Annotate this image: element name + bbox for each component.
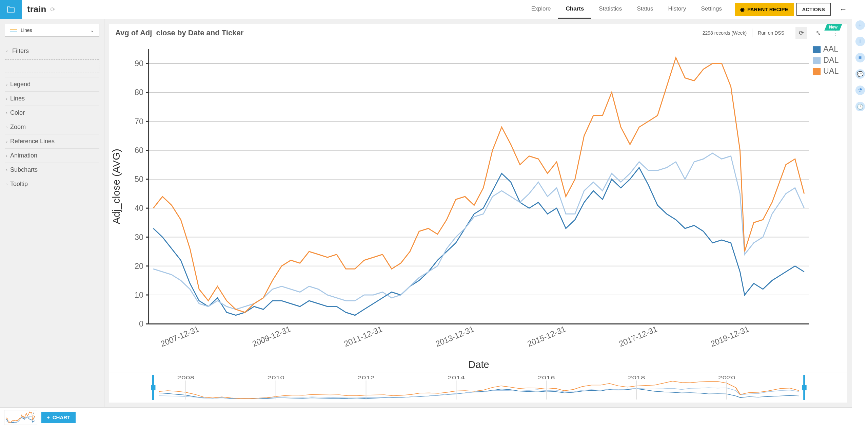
section-color[interactable]: ›Color: [5, 106, 99, 120]
tab-charts[interactable]: Charts: [558, 0, 591, 19]
svg-text:Date: Date: [468, 358, 489, 370]
tab-explore[interactable]: Explore: [524, 0, 558, 19]
svg-text:70: 70: [135, 116, 143, 126]
svg-rect-45: [813, 68, 821, 75]
chart-canvas[interactable]: 01020304050607080902007-12-312009-12-312…: [109, 42, 847, 372]
chart-thumbnail[interactable]: ⋮: [4, 410, 37, 425]
section-label: Subcharts: [10, 166, 38, 173]
chevron-down-icon: ⌄: [90, 27, 94, 33]
section-label: Tooltip: [10, 181, 28, 188]
chevron-right-icon: ›: [6, 139, 7, 144]
svg-text:2015-12-31: 2015-12-31: [526, 324, 567, 349]
svg-text:2019-12-31: 2019-12-31: [709, 324, 750, 349]
svg-text:UAL: UAL: [823, 66, 839, 76]
add-chart-label: CHART: [53, 414, 71, 420]
folder-button[interactable]: [0, 0, 22, 19]
chevron-right-icon: ›: [6, 82, 7, 87]
section-filters[interactable]: ⌄Filters: [5, 44, 99, 58]
svg-text:AAL: AAL: [823, 44, 838, 54]
filter-drop-zone[interactable]: [5, 59, 99, 73]
section-tooltip[interactable]: ›Tooltip: [5, 177, 99, 191]
svg-text:Adj_close (AVG): Adj_close (AVG): [111, 149, 122, 224]
actions-button[interactable]: ACTIONS: [796, 3, 831, 16]
chevron-right-icon: ›: [6, 168, 7, 172]
svg-text:20: 20: [135, 261, 143, 271]
chevron-right-icon: ⌄: [5, 50, 10, 53]
chevron-right-icon: ›: [6, 111, 7, 115]
section-subcharts[interactable]: ›Subcharts: [5, 163, 99, 177]
section-zoom[interactable]: ›Zoom: [5, 120, 99, 134]
section-label: Animation: [10, 152, 37, 159]
chart-type-label: Lines: [21, 27, 32, 33]
section-animation[interactable]: ›Animation: [5, 148, 99, 163]
refresh-chart-button[interactable]: ⟳: [795, 27, 807, 39]
parent-recipe-label: PARENT RECIPE: [747, 6, 788, 12]
back-arrow-icon[interactable]: ←: [835, 5, 852, 14]
section-legend[interactable]: ›Legend: [5, 77, 99, 91]
collapse-icon[interactable]: ⤡: [812, 27, 824, 39]
chart-card: New Avg of Adj_close by Date and Ticker …: [109, 24, 847, 403]
section-label: Zoom: [10, 124, 26, 131]
svg-text:2007-12-31: 2007-12-31: [159, 324, 200, 349]
list-icon[interactable]: ≡: [855, 53, 865, 62]
new-badge: New: [824, 24, 842, 31]
run-engine-label[interactable]: Run on DSS: [758, 30, 784, 36]
right-rail: + i ≡ 💬 ⚗ 🕓: [852, 0, 868, 427]
svg-text:2008: 2008: [177, 375, 194, 380]
thumbnail-menu-icon[interactable]: ⋮: [32, 411, 36, 416]
add-icon[interactable]: +: [855, 20, 865, 30]
svg-text:90: 90: [135, 59, 143, 68]
tab-status[interactable]: Status: [629, 0, 660, 19]
svg-rect-43: [813, 57, 821, 64]
svg-rect-41: [813, 46, 821, 53]
lab-icon[interactable]: ⚗: [855, 86, 865, 95]
chevron-right-icon: ›: [6, 96, 7, 101]
svg-text:2010: 2010: [267, 375, 284, 380]
dataset-name: train: [27, 4, 46, 15]
svg-text:2017-12-31: 2017-12-31: [618, 324, 658, 349]
svg-text:30: 30: [135, 232, 143, 242]
tab-statistics[interactable]: Statistics: [591, 0, 629, 19]
svg-text:2016: 2016: [538, 375, 555, 380]
section-label: Color: [10, 109, 25, 116]
section-label: Legend: [10, 81, 31, 88]
svg-text:DAL: DAL: [823, 55, 839, 64]
plus-icon: +: [47, 414, 50, 420]
records-count: 2298 records (Week): [703, 30, 747, 36]
svg-text:2020: 2020: [718, 375, 735, 380]
svg-rect-62: [151, 385, 155, 390]
chart-header: Avg of Adj_close by Date and Ticker 2298…: [109, 24, 847, 42]
timeline-brush[interactable]: 2008201020122014201620182020: [109, 372, 847, 403]
chevron-right-icon: ›: [6, 125, 7, 130]
target-icon: ◉: [740, 6, 745, 13]
svg-text:2011-12-31: 2011-12-31: [343, 324, 383, 349]
lines-chart-icon: [10, 28, 17, 33]
section-label: Lines: [10, 95, 25, 102]
tab-settings[interactable]: Settings: [693, 0, 729, 19]
chart-title: Avg of Adj_close by Date and Ticker: [115, 29, 243, 37]
svg-text:2013-12-31: 2013-12-31: [434, 324, 475, 349]
section-label: Reference Lines: [10, 138, 55, 145]
info-icon[interactable]: i: [855, 37, 865, 46]
left-config-panel: Lines ⌄ ⌄Filters›Legend›Lines›Color›Zoom…: [0, 19, 104, 407]
svg-text:60: 60: [135, 145, 143, 155]
refresh-status-icon[interactable]: ⟳: [50, 6, 55, 13]
discuss-icon[interactable]: 💬: [855, 69, 865, 79]
svg-text:2012: 2012: [357, 375, 375, 380]
nav-tabs: ExploreChartsStatisticsStatusHistorySett…: [524, 0, 729, 19]
section-reference-lines[interactable]: ›Reference Lines: [5, 134, 99, 148]
section-lines[interactable]: ›Lines: [5, 91, 99, 106]
svg-text:2018: 2018: [628, 375, 645, 380]
svg-rect-64: [802, 385, 806, 390]
svg-text:50: 50: [135, 174, 143, 184]
svg-text:40: 40: [135, 203, 143, 213]
svg-text:80: 80: [135, 88, 143, 97]
svg-text:10: 10: [135, 290, 143, 300]
add-chart-button[interactable]: + CHART: [41, 412, 76, 423]
chevron-right-icon: ›: [6, 153, 7, 158]
chevron-right-icon: ›: [6, 182, 7, 187]
history-icon[interactable]: 🕓: [855, 102, 865, 111]
parent-recipe-button[interactable]: ◉ PARENT RECIPE: [735, 3, 794, 16]
tab-history[interactable]: History: [661, 0, 694, 19]
chart-type-selector[interactable]: Lines ⌄: [5, 24, 99, 37]
